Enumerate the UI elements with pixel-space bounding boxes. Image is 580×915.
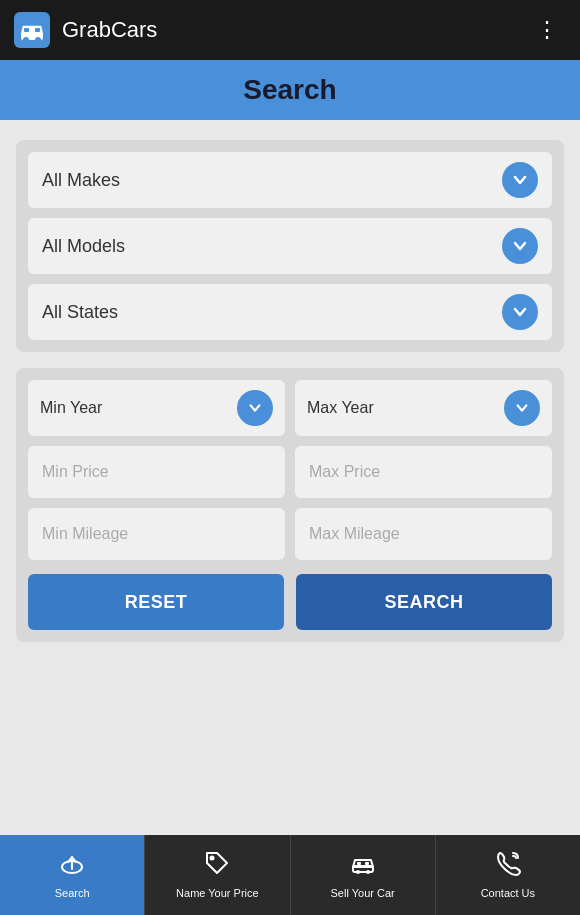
- price-row: Min Price Max Price: [28, 446, 552, 498]
- max-mileage-input[interactable]: Max Mileage: [295, 508, 552, 560]
- states-dropdown[interactable]: All States: [28, 284, 552, 340]
- min-mileage-input[interactable]: Min Mileage: [28, 508, 285, 560]
- max-year-chevron-icon: [504, 390, 540, 426]
- chevron-down-icon: [515, 401, 529, 415]
- svg-rect-4: [24, 28, 29, 32]
- phone-icon: [494, 849, 522, 877]
- chevron-down-icon: [512, 172, 528, 188]
- nav-name-your-price[interactable]: Name Your Price: [145, 835, 290, 915]
- svg-rect-13: [365, 862, 369, 865]
- states-chevron-icon: [502, 294, 538, 330]
- car-sell-icon: [349, 849, 377, 883]
- max-year-dropdown[interactable]: Max Year: [295, 380, 552, 436]
- min-price-placeholder: Min Price: [42, 463, 109, 481]
- makes-label: All Makes: [42, 170, 120, 191]
- models-chevron-icon: [502, 228, 538, 264]
- car-icon: [14, 12, 50, 48]
- svg-rect-5: [35, 28, 40, 32]
- filters-card: Min Year Max Year Min Price: [16, 368, 564, 642]
- phone-icon: [494, 849, 522, 883]
- max-year-label: Max Year: [307, 399, 374, 417]
- top-bar-left: GrabCars: [14, 12, 157, 48]
- year-row: Min Year Max Year: [28, 380, 552, 436]
- svg-point-10: [356, 870, 360, 874]
- min-price-input[interactable]: Min Price: [28, 446, 285, 498]
- search-nav-label: Search: [55, 887, 90, 900]
- name-your-price-nav-label: Name Your Price: [176, 887, 259, 900]
- top-bar: GrabCars ⋮: [0, 0, 580, 60]
- main-content: All Makes All Models All States: [0, 120, 580, 835]
- upload-cloud-icon: [58, 849, 86, 877]
- svg-point-8: [210, 856, 215, 861]
- car-icon: [349, 849, 377, 877]
- chevron-down-icon: [512, 304, 528, 320]
- max-mileage-placeholder: Max Mileage: [309, 525, 400, 543]
- max-price-placeholder: Max Price: [309, 463, 380, 481]
- makes-dropdown[interactable]: All Makes: [28, 152, 552, 208]
- location-card: All Makes All Models All States: [16, 140, 564, 352]
- reset-button[interactable]: RESET: [28, 574, 284, 630]
- mileage-row: Min Mileage Max Mileage: [28, 508, 552, 560]
- states-label: All States: [42, 302, 118, 323]
- makes-chevron-icon: [502, 162, 538, 198]
- search-nav-icon: [58, 849, 86, 883]
- chevron-down-icon: [248, 401, 262, 415]
- svg-rect-9: [353, 866, 373, 872]
- app-title: GrabCars: [62, 17, 157, 43]
- price-tag-icon: [203, 849, 231, 883]
- min-year-chevron-icon: [237, 390, 273, 426]
- svg-rect-12: [357, 862, 361, 865]
- chevron-down-icon: [512, 238, 528, 254]
- nav-contact-us[interactable]: Contact Us: [436, 835, 580, 915]
- min-year-label: Min Year: [40, 399, 102, 417]
- max-price-input[interactable]: Max Price: [295, 446, 552, 498]
- min-mileage-placeholder: Min Mileage: [42, 525, 128, 543]
- nav-search[interactable]: Search: [0, 835, 145, 915]
- contact-us-nav-label: Contact Us: [481, 887, 535, 900]
- nav-sell-your-car[interactable]: Sell Your Car: [291, 835, 436, 915]
- page-header: Search: [0, 60, 580, 120]
- action-buttons: RESET SEARCH: [28, 574, 552, 630]
- svg-point-11: [366, 870, 370, 874]
- svg-point-3: [35, 37, 41, 43]
- menu-icon[interactable]: ⋮: [528, 13, 566, 47]
- min-year-dropdown[interactable]: Min Year: [28, 380, 285, 436]
- page-title: Search: [243, 74, 336, 106]
- tag-icon: [203, 849, 231, 877]
- models-dropdown[interactable]: All Models: [28, 218, 552, 274]
- svg-point-2: [23, 37, 29, 43]
- search-button[interactable]: SEARCH: [296, 574, 552, 630]
- sell-your-car-nav-label: Sell Your Car: [331, 887, 395, 900]
- bottom-nav: Search Name Your Price Sell Your Car: [0, 835, 580, 915]
- models-label: All Models: [42, 236, 125, 257]
